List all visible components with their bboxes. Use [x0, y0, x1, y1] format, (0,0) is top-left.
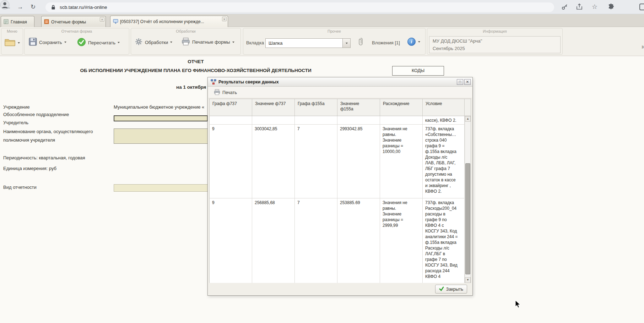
ribbon-group-information: Информация МУ ДОД ДЮСШ "Арча" Сентябрь 2…: [427, 28, 563, 55]
print-forms-button[interactable]: Печатные формы: [182, 38, 234, 46]
table-cell: Значения не равны. Значение разницы = 29…: [380, 198, 423, 283]
table-header-row: Графа ф737 Значение ф737 Графа ф155а Зна…: [210, 99, 471, 116]
ribbon-toolbar: Меню Отчетная форма Сохранить Пересчитат…: [0, 27, 644, 56]
table-row: кассе), КВФО 2.: [210, 116, 471, 125]
back-icon[interactable]: ←: [4, 2, 13, 12]
close-tab-icon[interactable]: ×: [222, 17, 227, 21]
refresh-icon[interactable]: ↻: [28, 2, 38, 12]
dialog-title: Результаты сверки данных: [218, 80, 279, 84]
attachments-label[interactable]: Вложения [1]: [372, 40, 400, 45]
column-header: Условие: [423, 99, 465, 116]
ribbon-group-other: Прочее Вкладка Шапка Вложения [1] i: [243, 28, 426, 55]
report-type-label: Вид отчетности: [3, 185, 37, 190]
dialog-toolbar: Печать: [208, 87, 472, 98]
vertical-scrollbar[interactable]: ▲ ▼: [465, 116, 471, 283]
chevron-down-icon: [232, 42, 234, 43]
key-icon[interactable]: [561, 3, 570, 11]
menu-folder-button[interactable]: [4, 38, 20, 48]
processing-button[interactable]: Обработки: [135, 38, 172, 47]
codes-cell: КОДЫ: [392, 66, 444, 76]
table-cell: 3003042,85: [252, 125, 295, 198]
ribbon-group-processing: Обработки Обработки Печатные формы: [131, 28, 241, 55]
report-forms-tab-icon: [44, 19, 49, 25]
printer-icon: [182, 38, 190, 46]
select-dropdown-button[interactable]: [342, 39, 350, 48]
tab-label: [0503737] Отчёт об исполнении учрежде...: [120, 19, 221, 24]
table-cell: 7: [295, 125, 337, 198]
chevron-down-icon[interactable]: [418, 41, 420, 43]
browser-toolbar: ← → ↻ scb.tatar.ru/#ria-online ☆: [0, 0, 644, 14]
app-tab-strip: Главная Отчетные формы × [0503737] Отчёт…: [0, 14, 644, 27]
address-bar[interactable]: scb.tatar.ru/#ria-online: [45, 2, 554, 12]
scroll-up-icon[interactable]: ▲: [465, 116, 471, 122]
group-label: Отчетная форма: [25, 29, 129, 33]
recalculate-button[interactable]: Пересчитать: [77, 38, 120, 48]
table-cell: [337, 116, 380, 124]
forward-icon[interactable]: →: [16, 2, 25, 12]
extensions-puzzle-icon[interactable]: [607, 3, 616, 11]
authority-input[interactable]: [114, 128, 208, 144]
maximize-icon[interactable]: □: [457, 79, 463, 85]
dialog-footer: Закрыть: [208, 283, 472, 295]
table-cell: Значения не равны. Значение разницы = 10…: [380, 125, 423, 198]
save-button[interactable]: Сохранить: [29, 38, 66, 47]
group-label: Меню: [1, 29, 23, 33]
column-header: Значение ф155а: [337, 99, 380, 116]
recalculate-label: Пересчитать: [88, 40, 115, 45]
chevron-down-icon: [118, 42, 120, 43]
authority-label-line1: Наименование органа, осуществляющего: [3, 129, 93, 134]
info-icon[interactable]: i: [407, 38, 416, 46]
home-tab-icon: [4, 19, 9, 25]
printer-icon: [214, 89, 220, 96]
tab-current-report[interactable]: [0503737] Отчёт об исполнении учрежде...…: [110, 16, 228, 27]
print-button[interactable]: Печать: [211, 88, 240, 97]
chevron-down-icon: [64, 42, 66, 43]
group-label: Прочее: [243, 29, 425, 33]
clipped-edge-text: з: [642, 44, 644, 49]
column-header: Графа ф155а: [295, 99, 337, 116]
orgchart-icon: [211, 79, 216, 86]
table-cell: [380, 116, 423, 124]
ribbon-group-report-form: Отчетная форма Сохранить Пересчитать: [24, 28, 129, 55]
share-icon[interactable]: [576, 3, 584, 11]
close-dialog-button[interactable]: Закрыть: [435, 285, 467, 294]
paperclip-icon[interactable]: [358, 37, 363, 47]
close-icon[interactable]: ✕: [464, 79, 471, 85]
table-row: 9 256885,68 7 253885.69 Значения не равн…: [210, 198, 471, 284]
group-label: Информация: [427, 29, 562, 33]
mouse-cursor: [515, 300, 521, 311]
tab-home[interactable]: Главная: [1, 16, 34, 27]
bookmark-star-icon[interactable]: ☆: [590, 3, 599, 11]
dialog-titlebar[interactable]: Результаты сверки данных □ ✕: [208, 77, 472, 87]
table-cell: 9: [210, 125, 252, 198]
recalculate-check-icon: [77, 38, 86, 48]
report-period: Сентябрь 2025: [433, 46, 465, 51]
tab-select[interactable]: Шапка: [265, 38, 351, 48]
reconciliation-results-dialog: Результаты сверки данных □ ✕ Печать Граф…: [207, 77, 473, 296]
chevron-down-icon: [346, 43, 348, 44]
tab-label: Главная: [11, 20, 27, 24]
subdivision-label: Обособленное подразделение: [3, 112, 69, 117]
institution-value: Муниципальное бюджетное учреждение «: [114, 104, 204, 110]
table-cell: 737ф. вкладка «Собственны… строка 040 гр…: [423, 125, 465, 198]
print-label: Печать: [222, 90, 237, 95]
table-cell: 737ф. вкладка Расходы200_04 расходы в гр…: [423, 198, 465, 283]
table-cell: [252, 116, 295, 124]
report-title: ОТЧЕТ: [71, 59, 320, 64]
table-cell: 253885.69: [337, 198, 380, 283]
close-tab-icon[interactable]: ×: [100, 17, 104, 22]
organization-info-box: МУ ДОД ДЮСШ "Арча" Сентябрь 2025: [429, 36, 561, 53]
tab-report-forms[interactable]: Отчетные формы ×: [41, 16, 106, 27]
report-type-input[interactable]: [114, 184, 208, 192]
processing-label: Обработки: [145, 40, 168, 45]
subdivision-input[interactable]: [114, 115, 208, 121]
lock-icon[interactable]: [51, 5, 55, 11]
group-label: Обработки: [131, 29, 240, 33]
scrollbar-thumb[interactable]: [465, 163, 470, 274]
save-label: Сохранить: [39, 40, 62, 45]
browser-menu-icon[interactable]: [639, 4, 644, 10]
scroll-down-icon[interactable]: ▼: [465, 277, 471, 283]
founder-label: Учредитель: [3, 120, 28, 125]
institution-label: Учреждение: [3, 104, 30, 110]
table-cell: [295, 116, 337, 124]
